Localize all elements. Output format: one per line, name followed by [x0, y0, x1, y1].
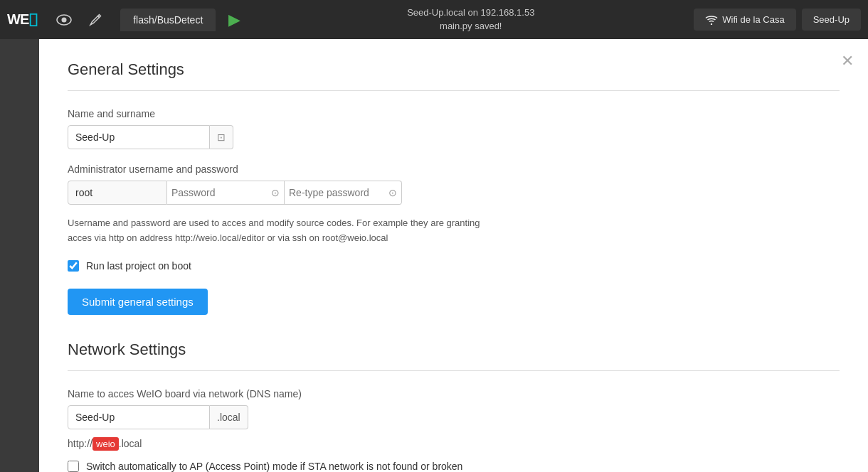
svg-point-1	[62, 17, 67, 22]
switch-ap-label[interactable]: Switch automatically to AP (Access Point…	[86, 461, 462, 472]
dns-label: Name to acces WeIO board via network (DN…	[68, 388, 840, 399]
network-settings-divider	[68, 370, 840, 371]
name-input-wrap: ⊡	[68, 125, 840, 149]
run-last-checkbox[interactable]	[68, 260, 79, 272]
submit-general-settings-button[interactable]: Submit general settings	[68, 289, 208, 315]
status-line1: Seed-Up.local on 192.168.1.53	[253, 6, 688, 19]
url-highlight: weio	[92, 437, 119, 451]
main-area: ✕ General Settings Name and surname ⊡ Ad…	[0, 39, 868, 472]
dns-suffix: .local	[210, 405, 248, 429]
sidebar	[0, 39, 39, 472]
password-toggle-icon[interactable]: ⊙	[267, 187, 284, 198]
run-button[interactable]: ▶	[221, 11, 248, 29]
logo: WE ⌷	[7, 11, 38, 29]
network-settings-title: Network Settings	[68, 340, 840, 359]
wifi-label: Wifi de la Casa	[722, 14, 784, 25]
dns-input-wrap: .local	[68, 405, 840, 429]
status-line2: main.py saved!	[253, 20, 688, 33]
name-input[interactable]	[68, 125, 210, 149]
password-wrap: ⊙	[167, 181, 285, 205]
status-info: Seed-Up.local on 192.168.1.53 main.py sa…	[253, 6, 688, 32]
password-input[interactable]	[167, 181, 267, 204]
switch-ap-row: Switch automatically to AP (Access Point…	[68, 461, 840, 472]
file-tab[interactable]: flash/BusDetect	[120, 9, 216, 31]
wifi-button[interactable]: Wifi de la Casa	[694, 9, 795, 31]
logo-text-we: WE	[7, 11, 28, 28]
content-area: ✕ General Settings Name and surname ⊡ Ad…	[39, 39, 868, 472]
pencil-icon-button[interactable]	[83, 9, 107, 31]
seed-up-button[interactable]: Seed-Up	[802, 9, 861, 31]
general-settings-title: General Settings	[68, 60, 840, 79]
repassword-wrap: ⊙	[285, 181, 402, 205]
name-clear-icon[interactable]: ⊡	[210, 125, 233, 149]
run-last-label[interactable]: Run last project on boot	[86, 260, 191, 272]
eye-icon-button[interactable]	[51, 10, 78, 30]
play-icon: ▶	[228, 11, 240, 28]
name-label: Name and surname	[68, 108, 840, 119]
svg-point-2	[711, 23, 712, 24]
topbar: WE ⌷ flash/BusDetect ▶ Seed-Up.local on …	[0, 0, 868, 39]
logo-bracket: ⌷	[28, 11, 38, 29]
close-button[interactable]: ✕	[841, 52, 854, 70]
url-prefix: http://	[68, 438, 92, 449]
run-last-row: Run last project on boot	[68, 260, 840, 272]
switch-ap-checkbox[interactable]	[68, 461, 79, 472]
repassword-toggle-icon[interactable]: ⊙	[384, 187, 401, 198]
dns-input[interactable]	[68, 405, 210, 429]
repassword-input[interactable]	[285, 181, 384, 204]
general-settings-divider	[68, 90, 840, 91]
admin-username-input[interactable]	[68, 181, 167, 205]
info-text: Username and password are used to acces …	[68, 216, 494, 246]
url-suffix: .local	[119, 438, 142, 449]
close-icon: ✕	[841, 52, 854, 70]
admin-fields: ⊙ ⊙	[68, 181, 840, 205]
admin-label: Administrator username and password	[68, 163, 840, 175]
url-line: http://weio.local	[68, 438, 840, 449]
